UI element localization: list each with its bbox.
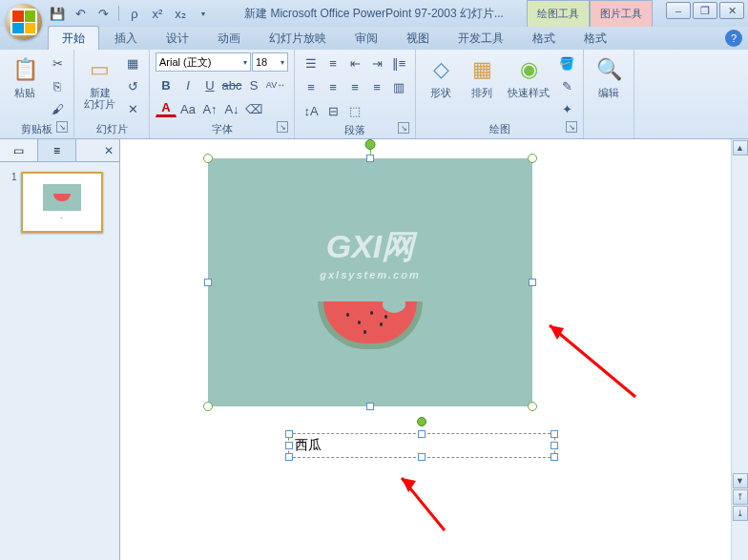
tab-insert[interactable]: 插入 <box>101 27 151 50</box>
new-slide-button[interactable]: ▭ 新建 幻灯片 <box>80 52 119 112</box>
grow-font-button[interactable]: A↑ <box>199 98 220 119</box>
font-color-button[interactable]: A <box>156 98 177 117</box>
indent-inc-button[interactable]: ⇥ <box>366 52 387 73</box>
font-launcher[interactable]: ↘ <box>277 121 288 133</box>
reset-icon[interactable]: ↺ <box>122 75 143 96</box>
tab-review[interactable]: 审阅 <box>342 27 391 50</box>
format-painter-icon[interactable]: 🖌 <box>47 98 68 119</box>
scroll-up-icon[interactable]: ▲ <box>733 140 748 156</box>
tab-format-2[interactable]: 格式 <box>571 27 620 50</box>
shape-effects-button[interactable]: ✦ <box>556 98 577 119</box>
delete-slide-icon[interactable]: ✕ <box>122 98 143 119</box>
numbering-button[interactable]: ≡ <box>322 52 343 73</box>
paste-button[interactable]: 📋 粘贴 <box>6 52 44 100</box>
tab-home[interactable]: 开始 <box>48 26 99 50</box>
bullets-button[interactable]: ☰ <box>301 52 322 73</box>
superscript-icon[interactable]: x² <box>148 4 167 23</box>
tab-developer[interactable]: 开发工具 <box>445 27 517 50</box>
paragraph-launcher[interactable]: ↘ <box>398 122 409 134</box>
tab-design[interactable]: 设计 <box>153 27 202 50</box>
tb-handle-s[interactable] <box>418 453 426 461</box>
minimize-button[interactable]: – <box>666 2 691 19</box>
qat-more-icon[interactable]: ▾ <box>194 4 213 23</box>
tab-animation[interactable]: 动画 <box>204 27 254 50</box>
shapes-button[interactable]: ◇ 形状 <box>422 52 460 100</box>
char-spacing-button[interactable]: AV↔ <box>265 74 286 95</box>
tb-handle-n[interactable] <box>418 430 426 438</box>
prev-slide-icon[interactable]: ⤒ <box>733 489 748 505</box>
resize-handle-nw[interactable] <box>203 154 213 163</box>
selected-image[interactable]: GXI网gxlsystem.com <box>208 158 532 406</box>
tb-handle-w[interactable] <box>285 442 293 449</box>
resize-handle-s[interactable] <box>366 403 374 410</box>
context-tab-picture[interactable]: 图片工具 <box>590 0 653 27</box>
resize-handle-ne[interactable] <box>528 154 537 163</box>
office-button[interactable] <box>6 4 42 40</box>
tb-handle-sw[interactable] <box>285 453 293 461</box>
cut-icon[interactable]: ✂ <box>47 52 68 73</box>
text-direction-button[interactable]: ↕A <box>301 100 322 121</box>
tb-handle-nw[interactable] <box>285 430 293 438</box>
subscript-icon[interactable]: x₂ <box>171 4 190 23</box>
tab-view[interactable]: 视图 <box>393 27 443 50</box>
tb-handle-e[interactable] <box>551 442 558 449</box>
copy-icon[interactable]: ⎘ <box>47 75 68 96</box>
shape-fill-button[interactable]: 🪣 <box>556 52 577 73</box>
layout-icon[interactable]: ▦ <box>122 52 143 73</box>
restore-button[interactable]: ❐ <box>693 2 717 19</box>
quick-styles-button[interactable]: ◉ 快速样式 <box>504 52 553 100</box>
align-text-button[interactable]: ⊟ <box>322 100 343 121</box>
underline-button[interactable]: U <box>199 74 220 95</box>
scroll-down-icon[interactable]: ▼ <box>733 473 748 488</box>
thumb-close-icon[interactable]: ✕ <box>104 144 114 157</box>
tab-slideshow[interactable]: 幻灯片放映 <box>256 27 340 50</box>
thumb-tab-outline[interactable]: ≡ <box>38 139 76 161</box>
resize-handle-e[interactable] <box>529 279 536 286</box>
editing-button[interactable]: 🔍 编辑 <box>590 52 628 100</box>
rotation-handle[interactable] <box>365 139 376 150</box>
text-box[interactable]: 西瓜 <box>288 433 555 458</box>
vertical-scrollbar[interactable]: ▲ ▼ ⤒ ⤓ <box>731 139 748 560</box>
undo-icon[interactable]: ↶ <box>71 4 90 23</box>
resize-handle-w[interactable] <box>204 279 212 286</box>
svg-marker-3 <box>402 478 416 492</box>
drawing-launcher[interactable]: ↘ <box>566 121 577 133</box>
align-right-button[interactable]: ≡ <box>344 76 365 97</box>
qat-item[interactable]: ρ <box>125 4 144 23</box>
context-tab-drawing[interactable]: 绘图工具 <box>527 0 590 27</box>
strike-button[interactable]: abc <box>221 74 242 95</box>
font-size-combo[interactable]: 18▾ <box>252 52 288 72</box>
tb-handle-se[interactable] <box>551 453 558 461</box>
arrange-button[interactable]: ▦ 排列 <box>463 52 501 100</box>
resize-handle-se[interactable] <box>528 402 537 411</box>
align-left-button[interactable]: ≡ <box>301 76 322 97</box>
slide-editor[interactable]: GXI网gxlsystem.com 西瓜 <box>120 139 748 560</box>
line-spacing-button[interactable]: ‖≡ <box>388 52 409 73</box>
justify-button[interactable]: ≡ <box>366 76 387 97</box>
change-case-button[interactable]: Aa <box>177 98 198 119</box>
clipboard-launcher[interactable]: ↘ <box>56 121 68 133</box>
close-button[interactable]: ✕ <box>719 2 744 19</box>
slide-thumbnail[interactable]: 1 - <box>11 172 108 233</box>
indent-dec-button[interactable]: ⇤ <box>344 52 365 73</box>
redo-icon[interactable]: ↷ <box>94 4 113 23</box>
textbox-rotation-handle[interactable] <box>417 417 426 426</box>
resize-handle-sw[interactable] <box>203 402 213 411</box>
tb-handle-ne[interactable] <box>551 430 558 438</box>
font-name-combo[interactable]: Arial (正文)▾ <box>156 52 251 72</box>
italic-button[interactable]: I <box>177 74 198 95</box>
thumb-tab-slides[interactable]: ▭ <box>0 139 38 161</box>
align-center-button[interactable]: ≡ <box>322 76 343 97</box>
resize-handle-n[interactable] <box>366 155 374 162</box>
bold-button[interactable]: B <box>156 74 177 95</box>
smartart-button[interactable]: ⬚ <box>344 100 365 121</box>
clear-format-button[interactable]: ⌫ <box>243 98 264 119</box>
shadow-button[interactable]: S <box>243 74 264 95</box>
shrink-font-button[interactable]: A↓ <box>221 98 242 119</box>
shape-outline-button[interactable]: ✎ <box>556 75 577 96</box>
save-icon[interactable]: 💾 <box>48 4 67 23</box>
help-button[interactable]: ? <box>725 30 742 47</box>
next-slide-icon[interactable]: ⤓ <box>733 506 748 521</box>
tab-format-1[interactable]: 格式 <box>519 27 569 50</box>
columns-button[interactable]: ▥ <box>388 76 409 97</box>
